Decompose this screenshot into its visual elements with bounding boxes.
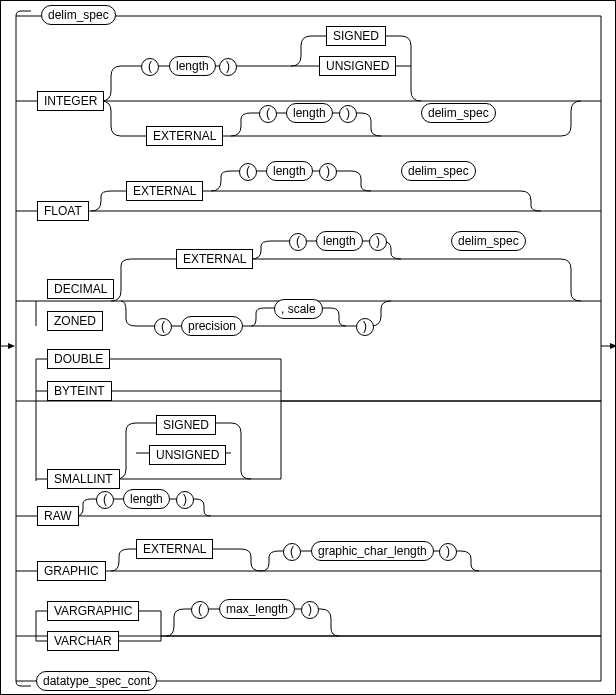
lparen: ( xyxy=(141,58,159,76)
lparen: ( xyxy=(154,318,172,336)
max-length-token: max_length xyxy=(219,599,295,619)
unsigned-keyword: UNSIGNED xyxy=(149,445,226,465)
zoned-keyword: ZONED xyxy=(47,311,103,331)
precision-token: precision xyxy=(181,316,243,336)
smallint-keyword: SMALLINT xyxy=(47,469,120,489)
external-keyword: EXTERNAL xyxy=(136,539,213,559)
scale-token: , scale xyxy=(274,299,323,319)
delim-spec-token: delim_spec xyxy=(451,231,526,251)
rparen: ) xyxy=(176,491,194,509)
lparen: ( xyxy=(96,491,114,509)
signed-keyword: SIGNED xyxy=(156,415,216,435)
rparen: ) xyxy=(356,318,374,336)
rparen: ) xyxy=(219,58,237,76)
double-keyword: DOUBLE xyxy=(47,349,110,369)
integer-keyword: INTEGER xyxy=(37,91,104,111)
delim-spec-entry: delim_spec xyxy=(41,5,116,25)
length-token: length xyxy=(266,161,313,181)
lparen: ( xyxy=(283,543,301,561)
delim-spec-token: delim_spec xyxy=(421,103,496,123)
decimal-keyword: DECIMAL xyxy=(47,279,114,299)
rparen: ) xyxy=(369,233,387,251)
syntax-diagram: delim_spec INTEGER ( length ) SIGNED UNS… xyxy=(0,0,616,695)
rparen: ) xyxy=(339,105,357,123)
length-token: length xyxy=(316,231,363,251)
lparen: ( xyxy=(239,163,257,181)
byteint-keyword: BYTEINT xyxy=(47,381,112,401)
vargraphic-keyword: VARGRAPHIC xyxy=(47,601,139,621)
length-token: length xyxy=(123,489,170,509)
delim-spec-token: delim_spec xyxy=(401,161,476,181)
signed-keyword: SIGNED xyxy=(326,26,386,46)
raw-keyword: RAW xyxy=(37,506,79,526)
datatype-spec-cont-exit: datatype_spec_cont xyxy=(36,671,157,691)
float-keyword: FLOAT xyxy=(37,201,89,221)
rparen: ) xyxy=(301,601,319,619)
varchar-keyword: VARCHAR xyxy=(47,631,119,651)
graphic-char-length-token: graphic_char_length xyxy=(311,541,434,561)
external-keyword: EXTERNAL xyxy=(126,181,203,201)
svg-marker-1 xyxy=(8,343,15,349)
unsigned-keyword: UNSIGNED xyxy=(319,56,396,76)
length-token: length xyxy=(169,56,216,76)
external-keyword: EXTERNAL xyxy=(146,126,223,146)
length-token: length xyxy=(286,103,333,123)
rparen: ) xyxy=(319,163,337,181)
lparen: ( xyxy=(289,233,307,251)
lparen: ( xyxy=(259,105,277,123)
lparen: ( xyxy=(191,601,209,619)
rparen: ) xyxy=(439,543,457,561)
graphic-keyword: GRAPHIC xyxy=(37,561,106,581)
external-keyword: EXTERNAL xyxy=(176,249,253,269)
svg-marker-2 xyxy=(610,343,616,349)
